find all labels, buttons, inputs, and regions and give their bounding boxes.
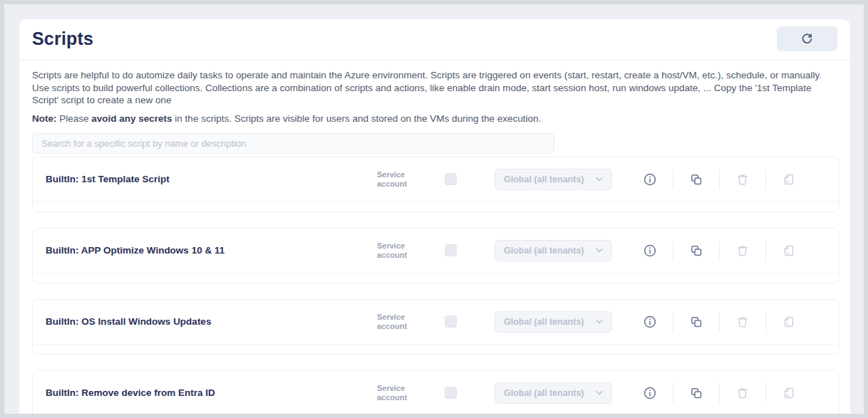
script-list: BuiltIn: 1st Template Script Service acc…: [32, 157, 837, 418]
service-account-label: Service account: [377, 384, 445, 402]
trash-icon: [735, 172, 750, 187]
delete-button[interactable]: [734, 171, 751, 188]
trash-icon: [735, 386, 750, 400]
copy-button[interactable]: [688, 171, 705, 188]
chevron-down-icon: [596, 177, 603, 182]
script-card: BuiltIn: Remove device from Entra ID Ser…: [32, 370, 839, 418]
service-account-label: Service account: [377, 241, 445, 260]
file-icon: [782, 244, 796, 258]
script-name: BuiltIn: 1st Template Script: [46, 174, 377, 184]
service-account-label: Service account: [377, 170, 445, 189]
script-card: BuiltIn: APP Optimize Windows 10 & 11 Se…: [32, 228, 839, 283]
copy-button[interactable]: [688, 385, 705, 402]
page-title: Scripts: [32, 28, 93, 49]
chevron-down-icon: [596, 248, 603, 253]
delete-button[interactable]: [734, 242, 751, 259]
card-footer: [33, 202, 839, 211]
delete-button[interactable]: [734, 385, 751, 402]
info-icon: [643, 172, 657, 187]
note-label: Note:: [32, 113, 57, 124]
info-button[interactable]: [641, 242, 658, 259]
info-icon: [643, 386, 657, 400]
file-icon: [782, 386, 796, 400]
info-icon: [643, 244, 657, 258]
row-actions: [627, 241, 812, 261]
script-row: BuiltIn: OS Install Windows Updates Serv…: [33, 300, 839, 345]
script-name: BuiltIn: Remove device from Entra ID: [46, 387, 377, 398]
service-account-checkbox[interactable]: [445, 173, 457, 185]
tenant-scope-value: Global (all tenants): [504, 246, 584, 256]
tenant-scope-select[interactable]: Global (all tenants): [495, 240, 612, 261]
tenant-scope-value: Global (all tenants): [504, 174, 584, 184]
panel-header: Scripts: [19, 19, 850, 61]
service-account-checkbox[interactable]: [445, 315, 457, 328]
info-button[interactable]: [641, 313, 658, 330]
script-search-input[interactable]: [32, 133, 554, 154]
tenant-scope-value: Global (all tenants): [504, 317, 584, 327]
tenant-scope-select[interactable]: Global (all tenants): [495, 169, 612, 190]
note-bold-text: avoid any secrets: [91, 113, 172, 124]
file-icon: [782, 315, 796, 329]
save-file-button[interactable]: [780, 385, 797, 402]
copy-icon: [689, 244, 703, 258]
card-footer: [33, 345, 839, 354]
copy-icon: [689, 315, 703, 329]
row-actions: [627, 169, 812, 189]
service-account-checkbox[interactable]: [445, 387, 457, 399]
tenant-scope-select[interactable]: Global (all tenants): [495, 382, 612, 404]
info-button[interactable]: [641, 171, 658, 188]
row-actions: [627, 312, 812, 332]
copy-icon: [689, 172, 703, 187]
copy-button[interactable]: [688, 242, 705, 259]
info-button[interactable]: [641, 385, 658, 402]
copy-button[interactable]: [688, 313, 705, 330]
panel-body: Scripts are helpful to do automize daily…: [19, 61, 850, 418]
file-icon: [782, 172, 796, 187]
scripts-panel: Scripts Scripts are helpful to do automi…: [19, 19, 850, 418]
chevron-down-icon: [596, 319, 603, 324]
save-file-button[interactable]: [780, 313, 797, 330]
delete-button[interactable]: [734, 313, 751, 330]
page-description: Scripts are helpful to do automize daily…: [32, 69, 837, 107]
refresh-button[interactable]: [777, 26, 837, 51]
tenant-scope-select[interactable]: Global (all tenants): [495, 311, 612, 333]
refresh-icon: [801, 33, 813, 45]
service-account-checkbox[interactable]: [445, 244, 457, 256]
service-account-label: Service account: [377, 313, 445, 331]
secrets-note: Note: Please avoid any secrets in the sc…: [32, 113, 837, 125]
save-file-button[interactable]: [780, 171, 797, 188]
script-card: BuiltIn: 1st Template Script Service acc…: [32, 157, 839, 212]
card-footer: [33, 416, 839, 418]
script-row: BuiltIn: 1st Template Script Service acc…: [33, 157, 839, 202]
script-name: BuiltIn: APP Optimize Windows 10 & 11: [46, 245, 377, 256]
tenant-scope-value: Global (all tenants): [504, 388, 584, 398]
script-card: BuiltIn: OS Install Windows Updates Serv…: [32, 299, 839, 355]
copy-icon: [689, 386, 703, 400]
row-actions: [627, 383, 812, 403]
card-footer: [33, 273, 839, 283]
info-icon: [643, 315, 657, 329]
script-name: BuiltIn: OS Install Windows Updates: [46, 316, 377, 327]
save-file-button[interactable]: [780, 242, 797, 259]
script-row: BuiltIn: Remove device from Entra ID Ser…: [33, 371, 839, 416]
script-row: BuiltIn: APP Optimize Windows 10 & 11 Se…: [33, 229, 839, 273]
trash-icon: [735, 244, 750, 258]
chevron-down-icon: [596, 390, 603, 395]
trash-icon: [735, 315, 750, 329]
